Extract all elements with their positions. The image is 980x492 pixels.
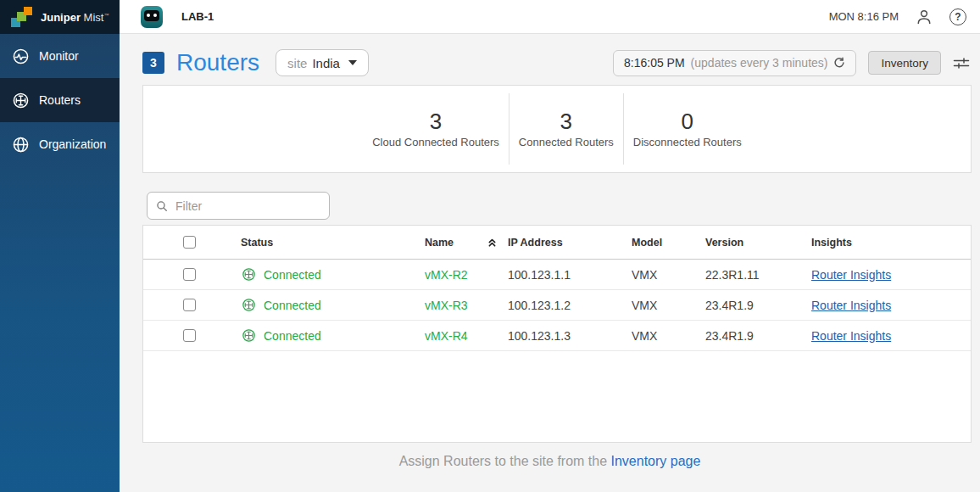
router-connected-icon — [241, 297, 257, 313]
row-checkbox[interactable] — [183, 299, 196, 311]
sidebar-item-label: Organization — [39, 137, 106, 151]
chevron-down-icon — [348, 60, 357, 65]
sidebar-item-organization[interactable]: Organization — [0, 122, 120, 166]
refresh-time-box[interactable]: 8:16:05 PM (updates every 3 minutes) — [613, 50, 856, 76]
sidebar-item-label: Routers — [39, 93, 81, 107]
logo-square-orange — [24, 7, 32, 15]
router-name-link[interactable]: vMX-R3 — [425, 299, 508, 312]
sidebar-item-routers[interactable]: Routers — [0, 78, 120, 122]
router-name-link[interactable]: vMX-R4 — [425, 329, 508, 343]
row-checkbox[interactable] — [183, 329, 196, 342]
stat-label: Cloud Connected Routers — [372, 136, 499, 148]
column-header-status[interactable]: Status — [241, 237, 425, 249]
sidebar-item-monitor[interactable]: Monitor — [0, 34, 120, 78]
search-icon — [156, 200, 168, 212]
filter-box — [147, 192, 330, 220]
router-insights-link[interactable]: Router Insights — [811, 329, 891, 343]
stat-value: 3 — [560, 109, 572, 134]
site-selector[interactable]: site India — [276, 49, 369, 76]
column-header-name[interactable]: Name — [425, 237, 508, 249]
ip-cell: 100.123.1.1 — [508, 268, 632, 282]
router-stats-panel: 3 Cloud Connected Routers 3 Connected Ro… — [142, 85, 972, 173]
ip-cell: 100.123.1.2 — [508, 299, 632, 312]
router-connected-icon — [241, 327, 257, 344]
stat-connected: 3 Connected Routers — [509, 93, 623, 165]
stat-value: 3 — [430, 109, 442, 134]
router-icon — [11, 91, 31, 110]
table-row[interactable]: Connected vMX-R4 100.123.1.3 VMX 23.4R1.… — [143, 321, 971, 351]
column-header-insights[interactable]: Insights — [811, 237, 971, 249]
brand-text: Juniper Mist™ — [41, 11, 109, 24]
globe-icon — [11, 135, 31, 154]
topbar-clock: MON 8:16 PM — [829, 10, 899, 23]
site-selector-label: site — [287, 56, 307, 70]
sidebar-item-label: Monitor — [39, 49, 79, 63]
version-cell: 22.3R1.11 — [705, 268, 811, 282]
model-cell: VMX — [632, 268, 705, 282]
column-header-version[interactable]: Version — [705, 237, 811, 249]
status-cell: Connected — [241, 327, 425, 344]
routers-table: Status Name IP Address Model Version Ins… — [142, 225, 972, 443]
status-cell: Connected — [241, 297, 425, 313]
page-header: 3 Routers site India 8:16:05 PM (updates… — [142, 49, 970, 76]
stat-cloud-connected: 3 Cloud Connected Routers — [363, 93, 509, 165]
model-cell: VMX — [632, 329, 705, 343]
router-count-badge: 3 — [142, 52, 164, 74]
router-name-link[interactable]: vMX-R2 — [425, 268, 508, 282]
juniper-logo-icon — [11, 7, 34, 28]
router-insights-link[interactable]: Router Insights — [811, 299, 891, 312]
table-row[interactable]: Connected vMX-R2 100.123.1.1 VMX 22.3R1.… — [143, 260, 971, 290]
table-settings-sliders-icon[interactable] — [953, 56, 970, 70]
ip-cell: 100.123.1.3 — [508, 329, 632, 343]
filter-input[interactable] — [175, 199, 320, 213]
select-all-checkbox[interactable] — [183, 236, 196, 249]
sidebar: Juniper Mist™ Monitor Routers Organizati… — [0, 0, 120, 492]
table-header-row: Status Name IP Address Model Version Ins… — [143, 226, 971, 260]
marvis-face — [144, 10, 159, 21]
update-interval-note: (updates every 3 minutes) — [691, 56, 828, 70]
current-time: 8:16:05 PM — [624, 56, 685, 70]
column-header-ip[interactable]: IP Address — [508, 237, 632, 249]
inventory-page-link[interactable]: Inventory page — [611, 454, 701, 468]
row-checkbox[interactable] — [183, 268, 196, 281]
column-header-model[interactable]: Model — [632, 237, 705, 249]
version-cell: 23.4R1.9 — [705, 329, 811, 343]
table-row[interactable]: Connected vMX-R3 100.123.1.2 VMX 23.4R1.… — [143, 290, 971, 321]
user-icon[interactable] — [916, 8, 933, 25]
sort-ascending-icon[interactable] — [487, 237, 498, 248]
juniper-mist-logo[interactable]: Juniper Mist™ — [0, 0, 120, 34]
refresh-icon[interactable] — [833, 57, 845, 69]
marvis-robot-icon[interactable] — [141, 6, 163, 28]
org-name[interactable]: LAB-1 — [181, 10, 214, 23]
router-insights-link[interactable]: Router Insights — [811, 268, 891, 282]
status-cell: Connected — [241, 266, 425, 282]
stat-label: Connected Routers — [519, 136, 614, 148]
inventory-button[interactable]: Inventory — [868, 51, 941, 75]
router-connected-icon — [241, 266, 257, 282]
main-content: 3 Routers site India 8:16:05 PM (updates… — [120, 34, 980, 492]
model-cell: VMX — [632, 299, 705, 312]
stat-value: 0 — [682, 109, 693, 134]
stat-label: Disconnected Routers — [633, 136, 742, 148]
site-selector-value: India — [312, 56, 340, 70]
monitor-pulse-icon — [11, 47, 31, 66]
topbar: LAB-1 MON 8:16 PM ? — [120, 0, 980, 34]
help-icon[interactable]: ? — [949, 8, 966, 25]
page-title: Routers — [176, 49, 259, 76]
assign-routers-note: Assign Routers to the site from the Inve… — [120, 454, 980, 469]
stat-disconnected: 0 Disconnected Routers — [623, 93, 751, 165]
version-cell: 23.4R1.9 — [705, 299, 811, 312]
